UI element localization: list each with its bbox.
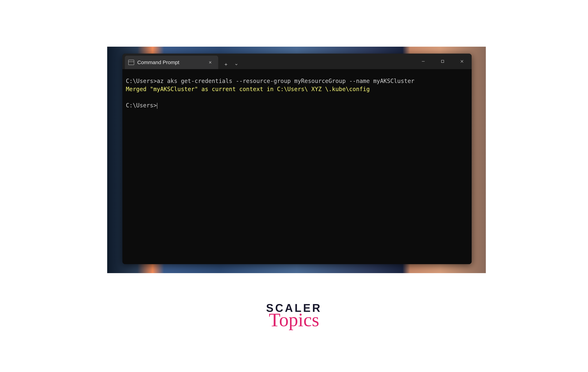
- title-bar-drag-area[interactable]: [241, 54, 414, 69]
- brand-line-2: Topics: [266, 310, 322, 329]
- maximize-button[interactable]: [433, 54, 452, 69]
- tab-close-button[interactable]: [206, 59, 214, 66]
- svg-rect-0: [441, 60, 444, 62]
- window-controls: [414, 54, 472, 69]
- cmd-icon: [128, 60, 134, 65]
- prompt-2: C:\Users>: [126, 102, 157, 109]
- tab-strip: Command Prompt: [122, 54, 241, 69]
- tab-title: Command Prompt: [137, 60, 203, 65]
- branding-watermark: SCALER Topics: [266, 302, 322, 329]
- command-1: az aks get-credentials --resource-group …: [157, 78, 414, 84]
- cursor: [157, 103, 157, 109]
- title-bar: Command Prompt: [122, 54, 472, 69]
- tab-actions: [218, 60, 241, 69]
- blank-line: [126, 93, 468, 102]
- terminal-output[interactable]: C:\Users>az aks get-credentials --resour…: [122, 69, 472, 264]
- tab-dropdown-button[interactable]: [232, 60, 241, 69]
- minimize-button[interactable]: [414, 54, 433, 69]
- new-tab-button[interactable]: [221, 60, 231, 69]
- prompt-1: C:\Users>: [126, 78, 157, 84]
- command-line-2: C:\Users>: [126, 102, 468, 110]
- close-window-button[interactable]: [452, 54, 472, 69]
- output-line-1: Merged "myAKSCluster" as current context…: [126, 85, 468, 93]
- terminal-window: Command Prompt: [122, 54, 472, 264]
- command-line-1: C:\Users>az aks get-credentials --resour…: [126, 77, 468, 85]
- tab-command-prompt[interactable]: Command Prompt: [125, 56, 218, 69]
